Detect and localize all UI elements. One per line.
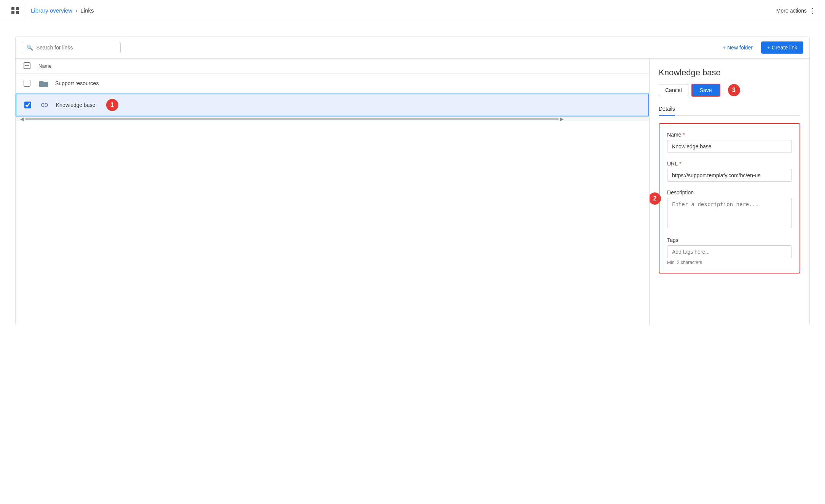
description-textarea[interactable]	[667, 198, 792, 228]
row-1-checkbox[interactable]	[24, 80, 30, 87]
right-pane: Knowledge base Cancel Save 3 Details 2	[650, 59, 809, 325]
svg-rect-1	[16, 7, 19, 10]
row-checkbox-col	[22, 102, 33, 108]
row-2-label: Knowledge base	[56, 102, 96, 108]
detail-actions: Cancel Save 3	[659, 84, 800, 97]
tags-hint: Min. 2 characters	[667, 260, 792, 265]
create-link-button[interactable]: + Create link	[761, 41, 803, 54]
header-checkbox-col	[22, 62, 32, 69]
more-actions-icon: ⋮	[809, 6, 816, 15]
form-label-tags: Tags	[667, 237, 792, 243]
cancel-button[interactable]: Cancel	[659, 84, 688, 96]
search-box[interactable]: 🔍	[22, 42, 121, 53]
folder-icon	[38, 78, 49, 89]
scroll-right-arrow[interactable]: ▶	[559, 116, 565, 122]
row-2-checkbox[interactable]	[24, 102, 31, 108]
detail-form-section: 2 Name * URL	[659, 123, 800, 273]
svg-rect-3	[16, 11, 19, 14]
row-checkbox-col	[22, 80, 32, 87]
list-item[interactable]: Knowledge base 1	[16, 94, 649, 116]
list-item[interactable]: Support resources	[16, 73, 649, 94]
content-card: 🔍 + New folder + Create link Name	[15, 37, 810, 325]
search-icon: 🔍	[27, 45, 33, 51]
detail-tabs: Details	[659, 103, 800, 116]
form-label-description: Description	[667, 189, 792, 196]
name-required-marker: *	[683, 132, 685, 138]
link-icon	[39, 100, 50, 110]
annotation-badge-2-wrap: 2	[650, 192, 661, 205]
topbar-left: Library overview › Links	[9, 5, 94, 17]
left-pane: Name Support resources	[16, 59, 650, 325]
topbar: Library overview › Links More actions ⋮	[0, 0, 825, 21]
form-group-tags: Tags Min. 2 characters	[667, 237, 792, 265]
svg-rect-2	[11, 11, 14, 14]
annotation-badge-2: 2	[650, 192, 661, 205]
breadcrumb-library-overview[interactable]: Library overview	[31, 7, 72, 14]
annotation-badge-3: 3	[728, 84, 740, 96]
name-input[interactable]	[667, 140, 792, 153]
horizontal-scrollbar[interactable]: ◀ ▶	[16, 116, 649, 121]
breadcrumb: Library overview › Links	[31, 7, 94, 14]
table-header: Name	[16, 59, 649, 73]
main-content: 🔍 + New folder + Create link Name	[0, 21, 825, 504]
tags-input[interactable]	[667, 245, 792, 258]
pane-container: Name Support resources	[16, 59, 809, 325]
form-label-url: URL *	[667, 161, 792, 167]
row-1-label: Support resources	[55, 80, 99, 86]
save-button[interactable]: Save	[691, 84, 720, 97]
annotation-badge-1-wrap: 1	[102, 99, 118, 111]
header-name-col: Name	[38, 63, 643, 69]
form-group-name: Name *	[667, 132, 792, 153]
scroll-left-arrow[interactable]: ◀	[19, 116, 25, 122]
breadcrumb-links: Links	[81, 7, 94, 14]
more-actions-button[interactable]: More actions ⋮	[776, 6, 816, 15]
scroll-thumb[interactable]	[25, 118, 559, 120]
indeterminate-checkbox[interactable]	[24, 62, 30, 69]
url-required-marker: *	[679, 161, 681, 167]
toolbar: 🔍 + New folder + Create link	[16, 37, 809, 59]
form-group-description: Description	[667, 189, 792, 229]
breadcrumb-separator: ›	[75, 7, 77, 14]
form-label-name: Name *	[667, 132, 792, 138]
tab-details[interactable]: Details	[659, 103, 675, 116]
search-input[interactable]	[36, 45, 116, 51]
url-input[interactable]	[667, 169, 792, 182]
app-logo[interactable]	[9, 5, 21, 17]
svg-rect-0	[11, 7, 14, 10]
more-actions-label: More actions	[776, 8, 807, 14]
new-folder-button[interactable]: + New folder	[719, 42, 757, 53]
form-with-badge: 2 Name * URL	[667, 132, 792, 265]
form-group-url: URL *	[667, 161, 792, 182]
topbar-divider	[26, 5, 26, 16]
annotation-badge-1: 1	[106, 99, 118, 111]
toolbar-actions: + New folder + Create link	[719, 41, 803, 54]
detail-panel-title: Knowledge base	[659, 68, 800, 78]
